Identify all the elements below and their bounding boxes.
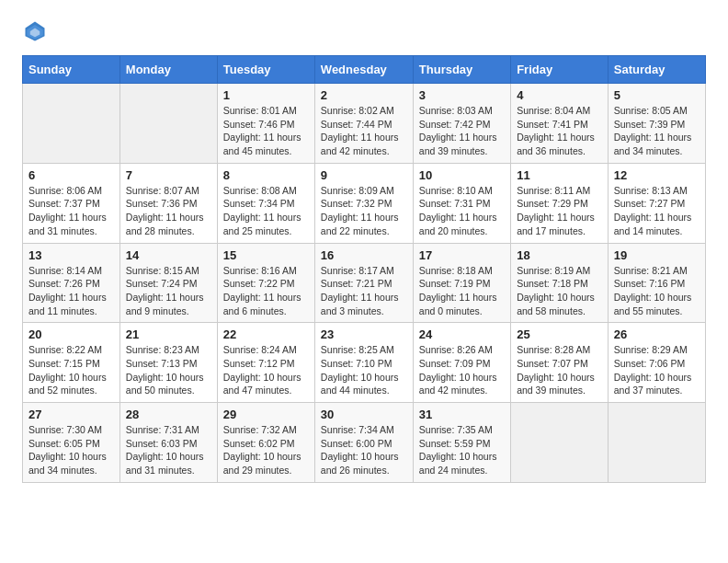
day-info: Sunrise: 8:23 AM Sunset: 7:13 PM Dayligh… [126,343,211,397]
day-number: 30 [321,408,407,421]
day-cell: 25Sunrise: 8:28 AM Sunset: 7:07 PM Dayli… [511,323,609,403]
weekday-header-thursday: Thursday [413,56,510,84]
day-cell: 4Sunrise: 8:04 AM Sunset: 7:41 PM Daylig… [511,84,609,164]
day-info: Sunrise: 7:32 AM Sunset: 6:02 PM Dayligh… [223,423,309,477]
day-info: Sunrise: 8:13 AM Sunset: 7:27 PM Dayligh… [614,184,700,238]
day-cell: 7Sunrise: 8:07 AM Sunset: 7:36 PM Daylig… [119,163,217,243]
day-info: Sunrise: 8:26 AM Sunset: 7:09 PM Dayligh… [419,343,505,397]
day-info: Sunrise: 8:04 AM Sunset: 7:41 PM Dayligh… [517,104,602,158]
day-number: 12 [614,168,700,182]
day-info: Sunrise: 8:09 AM Sunset: 7:32 PM Dayligh… [321,184,407,238]
day-info: Sunrise: 8:18 AM Sunset: 7:19 PM Dayligh… [419,264,505,318]
day-number: 3 [419,88,505,102]
day-cell: 10Sunrise: 8:10 AM Sunset: 7:31 PM Dayli… [413,163,510,243]
day-number: 28 [126,408,211,421]
day-number: 24 [419,327,505,341]
week-row-4: 20Sunrise: 8:22 AM Sunset: 7:15 PM Dayli… [23,323,706,403]
day-info: Sunrise: 8:10 AM Sunset: 7:31 PM Dayligh… [419,184,505,238]
week-row-2: 6Sunrise: 8:06 AM Sunset: 7:37 PM Daylig… [23,163,706,243]
day-info: Sunrise: 8:07 AM Sunset: 7:36 PM Dayligh… [126,184,211,238]
day-number: 31 [419,408,505,421]
day-cell: 3Sunrise: 8:03 AM Sunset: 7:42 PM Daylig… [413,84,510,164]
day-cell: 27Sunrise: 7:30 AM Sunset: 6:05 PM Dayli… [23,403,120,483]
day-cell: 15Sunrise: 8:16 AM Sunset: 7:22 PM Dayli… [217,243,314,323]
day-cell: 20Sunrise: 8:22 AM Sunset: 7:15 PM Dayli… [23,323,120,403]
day-number: 2 [321,88,407,102]
header [22,18,706,44]
day-cell: 16Sunrise: 8:17 AM Sunset: 7:21 PM Dayli… [314,243,413,323]
day-cell: 5Sunrise: 8:05 AM Sunset: 7:39 PM Daylig… [608,84,705,164]
day-number: 19 [614,248,700,262]
weekday-header-monday: Monday [119,56,217,84]
day-info: Sunrise: 8:15 AM Sunset: 7:24 PM Dayligh… [126,264,211,318]
weekday-header-row: SundayMondayTuesdayWednesdayThursdayFrid… [23,56,706,84]
day-info: Sunrise: 8:24 AM Sunset: 7:12 PM Dayligh… [223,343,309,397]
day-cell: 31Sunrise: 7:35 AM Sunset: 5:59 PM Dayli… [413,403,510,483]
day-info: Sunrise: 8:19 AM Sunset: 7:18 PM Dayligh… [517,264,602,318]
day-number: 23 [321,327,407,341]
day-info: Sunrise: 8:02 AM Sunset: 7:44 PM Dayligh… [321,104,407,158]
day-cell [23,84,120,164]
day-info: Sunrise: 8:29 AM Sunset: 7:06 PM Dayligh… [614,343,700,397]
day-number: 11 [517,168,602,182]
day-cell: 17Sunrise: 8:18 AM Sunset: 7:19 PM Dayli… [413,243,510,323]
day-cell: 22Sunrise: 8:24 AM Sunset: 7:12 PM Dayli… [217,323,314,403]
day-info: Sunrise: 7:30 AM Sunset: 6:05 PM Dayligh… [28,423,114,477]
day-cell: 26Sunrise: 8:29 AM Sunset: 7:06 PM Dayli… [608,323,705,403]
day-cell: 30Sunrise: 7:34 AM Sunset: 6:00 PM Dayli… [314,403,413,483]
day-number: 13 [28,248,114,262]
logo-icon [22,18,48,44]
day-info: Sunrise: 7:31 AM Sunset: 6:03 PM Dayligh… [126,423,211,477]
week-row-1: 1Sunrise: 8:01 AM Sunset: 7:46 PM Daylig… [23,84,706,164]
day-info: Sunrise: 7:35 AM Sunset: 5:59 PM Dayligh… [419,423,505,477]
day-number: 5 [614,88,700,102]
day-info: Sunrise: 8:05 AM Sunset: 7:39 PM Dayligh… [614,104,700,158]
day-info: Sunrise: 8:03 AM Sunset: 7:42 PM Dayligh… [419,104,505,158]
day-number: 15 [223,248,309,262]
day-number: 18 [517,248,602,262]
day-cell: 18Sunrise: 8:19 AM Sunset: 7:18 PM Dayli… [511,243,609,323]
day-info: Sunrise: 8:14 AM Sunset: 7:26 PM Dayligh… [28,264,114,318]
day-cell: 23Sunrise: 8:25 AM Sunset: 7:10 PM Dayli… [314,323,413,403]
day-number: 22 [223,327,309,341]
day-cell: 13Sunrise: 8:14 AM Sunset: 7:26 PM Dayli… [23,243,120,323]
weekday-header-wednesday: Wednesday [314,56,413,84]
logo [22,18,51,44]
day-cell: 29Sunrise: 7:32 AM Sunset: 6:02 PM Dayli… [217,403,314,483]
day-info: Sunrise: 8:08 AM Sunset: 7:34 PM Dayligh… [223,184,309,238]
day-cell: 12Sunrise: 8:13 AM Sunset: 7:27 PM Dayli… [608,163,705,243]
day-cell: 14Sunrise: 8:15 AM Sunset: 7:24 PM Dayli… [119,243,217,323]
day-info: Sunrise: 8:21 AM Sunset: 7:16 PM Dayligh… [614,264,700,318]
day-number: 10 [419,168,505,182]
day-cell: 8Sunrise: 8:08 AM Sunset: 7:34 PM Daylig… [217,163,314,243]
day-cell [608,403,705,483]
day-number: 21 [126,327,211,341]
day-number: 9 [321,168,407,182]
day-info: Sunrise: 8:22 AM Sunset: 7:15 PM Dayligh… [28,343,114,397]
day-number: 4 [517,88,602,102]
day-cell [119,84,217,164]
day-number: 8 [223,168,309,182]
day-number: 26 [614,327,700,341]
week-row-5: 27Sunrise: 7:30 AM Sunset: 6:05 PM Dayli… [23,403,706,483]
day-number: 1 [223,88,309,102]
day-info: Sunrise: 8:28 AM Sunset: 7:07 PM Dayligh… [517,343,602,397]
calendar: SundayMondayTuesdayWednesdayThursdayFrid… [22,55,706,483]
day-cell [511,403,609,483]
weekday-header-tuesday: Tuesday [217,56,314,84]
day-info: Sunrise: 8:25 AM Sunset: 7:10 PM Dayligh… [321,343,407,397]
day-number: 25 [517,327,602,341]
day-cell: 28Sunrise: 7:31 AM Sunset: 6:03 PM Dayli… [119,403,217,483]
day-number: 29 [223,408,309,421]
day-info: Sunrise: 8:16 AM Sunset: 7:22 PM Dayligh… [223,264,309,318]
day-cell: 9Sunrise: 8:09 AM Sunset: 7:32 PM Daylig… [314,163,413,243]
day-info: Sunrise: 8:11 AM Sunset: 7:29 PM Dayligh… [517,184,602,238]
day-cell: 11Sunrise: 8:11 AM Sunset: 7:29 PM Dayli… [511,163,609,243]
day-number: 17 [419,248,505,262]
day-cell: 6Sunrise: 8:06 AM Sunset: 7:37 PM Daylig… [23,163,120,243]
day-number: 27 [28,408,114,421]
day-cell: 2Sunrise: 8:02 AM Sunset: 7:44 PM Daylig… [314,84,413,164]
day-info: Sunrise: 7:34 AM Sunset: 6:00 PM Dayligh… [321,423,407,477]
weekday-header-friday: Friday [511,56,609,84]
day-info: Sunrise: 8:01 AM Sunset: 7:46 PM Dayligh… [223,104,309,158]
